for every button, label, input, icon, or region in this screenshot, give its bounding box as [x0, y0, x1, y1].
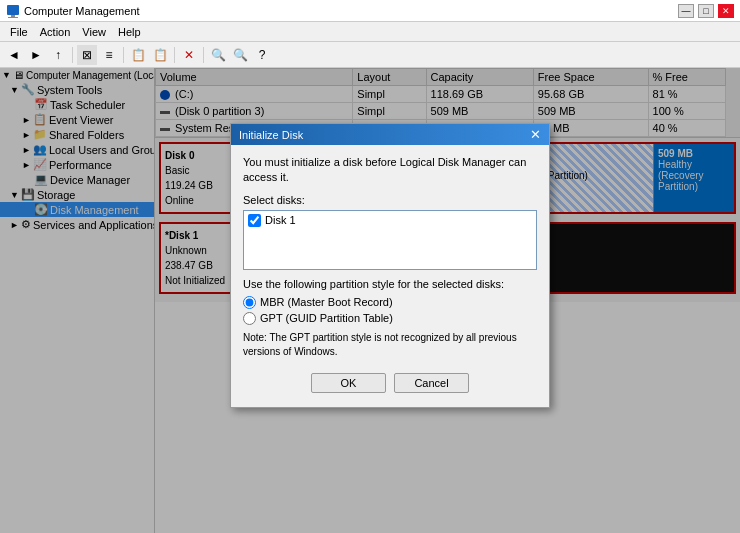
toolbar: ◄ ► ↑ ⊠ ≡ 📋 📋 ✕ 🔍 🔍 ?	[0, 42, 740, 68]
close-button[interactable]: ✕	[718, 4, 734, 18]
dialog-select-label: Select disks:	[243, 194, 537, 206]
disk-select-box[interactable]: Disk 1	[243, 210, 537, 270]
main-layout: ▼ 🖥 Computer Management (Local ▼ 🔧 Syste…	[0, 68, 740, 533]
export-button[interactable]: 🔍	[230, 45, 250, 65]
ok-button[interactable]: OK	[311, 373, 386, 393]
disk1-checkbox-label[interactable]: Disk 1	[265, 214, 296, 226]
gpt-option[interactable]: GPT (GUID Partition Table)	[243, 312, 537, 325]
title-bar-text: Computer Management	[24, 5, 140, 17]
disk1-checkbox[interactable]	[248, 214, 261, 227]
help-button[interactable]: ?	[252, 45, 272, 65]
gpt-radio[interactable]	[243, 312, 256, 325]
cancel-button[interactable]: Cancel	[394, 373, 469, 393]
minimize-button[interactable]: —	[678, 4, 694, 18]
menu-view[interactable]: View	[76, 25, 112, 39]
menu-action[interactable]: Action	[34, 25, 77, 39]
paste-button[interactable]: 📋	[150, 45, 170, 65]
dialog-title-bar: Initialize Disk ✕	[231, 124, 549, 145]
back-button[interactable]: ◄	[4, 45, 24, 65]
mbr-radio[interactable]	[243, 296, 256, 309]
dialog-partition-label: Use the following partition style for th…	[243, 278, 537, 290]
forward-button[interactable]: ►	[26, 45, 46, 65]
show-hide-button[interactable]: ⊠	[77, 45, 97, 65]
menu-file[interactable]: File	[4, 25, 34, 39]
dialog-close-button[interactable]: ✕	[530, 128, 541, 141]
up-button[interactable]: ↑	[48, 45, 68, 65]
svg-rect-0	[7, 5, 19, 15]
gpt-label[interactable]: GPT (GUID Partition Table)	[260, 312, 393, 324]
menu-help[interactable]: Help	[112, 25, 147, 39]
initialize-disk-dialog: Initialize Disk ✕ You must initialize a …	[230, 123, 550, 408]
mbr-option[interactable]: MBR (Master Boot Record)	[243, 296, 537, 309]
title-bar: Computer Management — □ ✕	[0, 0, 740, 22]
search-button[interactable]: 🔍	[208, 45, 228, 65]
dialog-title: Initialize Disk	[239, 129, 303, 141]
mbr-label[interactable]: MBR (Master Boot Record)	[260, 296, 393, 308]
dialog-body: You must initialize a disk before Logica…	[231, 145, 549, 407]
app-icon	[6, 4, 20, 18]
delete-button[interactable]: ✕	[179, 45, 199, 65]
dialog-buttons: OK Cancel	[243, 367, 537, 397]
maximize-button[interactable]: □	[698, 4, 714, 18]
properties-button[interactable]: ≡	[99, 45, 119, 65]
menu-bar: File Action View Help	[0, 22, 740, 42]
copy-button[interactable]: 📋	[128, 45, 148, 65]
title-bar-controls: — □ ✕	[678, 4, 734, 18]
dialog-description: You must initialize a disk before Logica…	[243, 155, 537, 186]
svg-rect-1	[11, 15, 15, 17]
partition-style-radio-group: MBR (Master Boot Record) GPT (GUID Parti…	[243, 296, 537, 325]
disk1-checkbox-item[interactable]: Disk 1	[246, 213, 534, 228]
svg-rect-2	[8, 17, 18, 18]
dialog-note: Note: The GPT partition style is not rec…	[243, 331, 537, 359]
